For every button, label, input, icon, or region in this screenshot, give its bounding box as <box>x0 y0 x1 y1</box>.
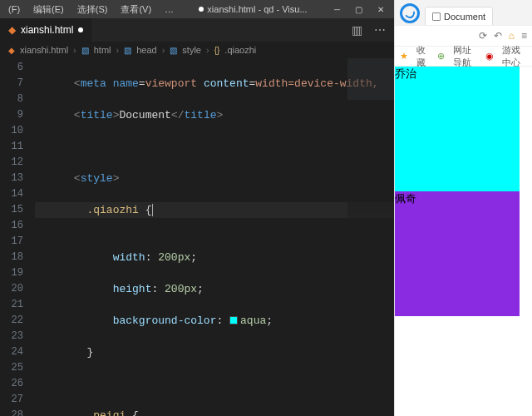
html5-icon: ◆ <box>8 46 15 55</box>
code-editor[interactable]: 6789101112131415161718192021222324252627… <box>0 58 394 416</box>
breadcrumb: ◆ xianshi.html › ▧ html › ▧ head › ▧ sty… <box>0 42 394 58</box>
minimize-icon[interactable]: ─ <box>334 5 340 14</box>
game-icon: ◉ <box>485 51 494 62</box>
breadcrumb-item[interactable]: style <box>182 45 201 55</box>
bookmarks-bar: ★收藏 ⊕网址导航 ◉游戏中心 <box>395 47 532 67</box>
element-icon: ▧ <box>81 46 89 55</box>
browser-window: Document ⟳ ↶ ⌂ ≡ ★收藏 ⊕网址导航 ◉游戏中心 乔治 佩奇 <box>394 0 532 416</box>
maximize-icon[interactable]: ▢ <box>355 5 362 14</box>
bookmark-item[interactable]: 网址导航 <box>453 44 478 69</box>
bookmark-item[interactable]: 收藏 <box>416 44 429 69</box>
breadcrumb-item[interactable]: head <box>136 45 156 55</box>
more-actions-icon[interactable]: ⋯ <box>374 23 386 37</box>
menu-file[interactable]: (F) <box>3 4 25 14</box>
breadcrumb-item[interactable]: html <box>94 45 111 55</box>
line-numbers: 6789101112131415161718192021222324252627… <box>0 58 30 416</box>
browser-tab[interactable]: Document <box>425 7 493 25</box>
element-icon: ▧ <box>170 46 177 55</box>
menu-select[interactable]: 选择(S) <box>72 3 113 16</box>
editor-tab[interactable]: ◆ xianshi.html <box>0 18 92 42</box>
selector-icon: {} <box>214 46 220 55</box>
browser-viewport: 乔治 佩奇 <box>395 67 532 416</box>
menu-hamburger-icon[interactable]: ≡ <box>521 30 527 42</box>
color-swatch-icon <box>229 316 238 324</box>
html5-icon: ◆ <box>8 24 16 36</box>
globe-icon: ⊕ <box>437 51 445 62</box>
minimap[interactable] <box>347 58 394 416</box>
reload-icon[interactable]: ⟳ <box>479 30 487 42</box>
vscode-menubar: (F) 编辑(E) 选择(S) 查看(V) … xianshi.html - q… <box>0 0 394 18</box>
close-icon[interactable]: ✕ <box>377 5 384 14</box>
workspace: (F) 编辑(E) 选择(S) 查看(V) … xianshi.html - q… <box>0 0 532 416</box>
home-icon[interactable]: ⌂ <box>509 30 515 42</box>
vscode-tabbar: ◆ xianshi.html ▥ ⋯ <box>0 18 394 42</box>
window-title: xianshi.html - qd - Visu... <box>199 4 307 14</box>
browser-tabstrip: Document <box>395 0 532 25</box>
menu-edit[interactable]: 编辑(E) <box>28 3 69 16</box>
breadcrumb-item[interactable]: xianshi.html <box>20 45 68 55</box>
page-favicon-icon <box>432 12 441 21</box>
breadcrumb-item[interactable]: .qiaozhi <box>224 45 256 55</box>
bookmark-item[interactable]: 游戏中心 <box>502 44 527 69</box>
modified-dot-icon <box>78 27 83 32</box>
qiaozhi-block: 乔治 <box>395 67 520 191</box>
split-editor-icon[interactable]: ▥ <box>352 23 362 37</box>
code-area[interactable]: <meta name=viewport content=width=device… <box>30 58 394 416</box>
element-icon: ▧ <box>124 46 131 55</box>
modified-dot-icon <box>199 7 204 12</box>
menu-view[interactable]: 查看(V) <box>116 3 156 16</box>
undo-icon[interactable]: ↶ <box>494 30 502 42</box>
star-icon: ★ <box>400 51 408 62</box>
vscode-window: (F) 编辑(E) 选择(S) 查看(V) … xianshi.html - q… <box>0 0 394 416</box>
editor-tab-label: xianshi.html <box>21 24 73 36</box>
browser-logo-icon <box>400 3 420 23</box>
peiqi-block: 佩奇 <box>395 191 520 316</box>
browser-tab-title: Document <box>444 12 485 22</box>
menu-more[interactable]: … <box>160 4 179 14</box>
